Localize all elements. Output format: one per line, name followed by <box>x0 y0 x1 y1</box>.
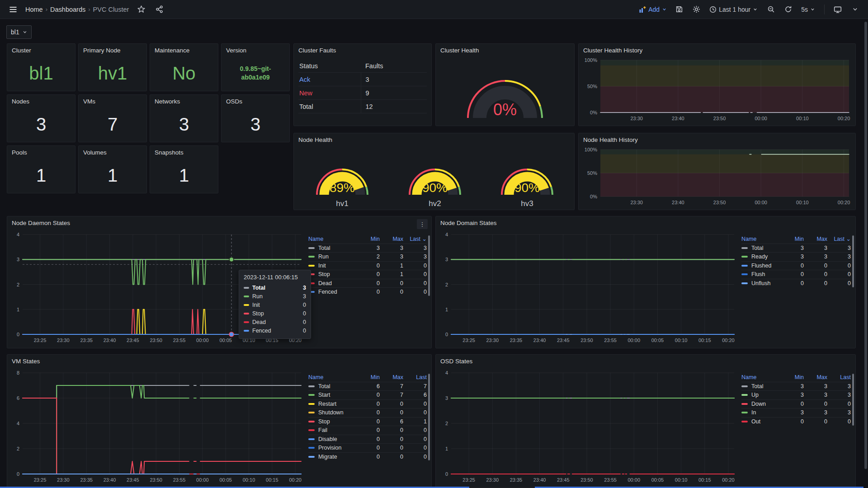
legend-header-min[interactable]: Min <box>356 236 380 242</box>
save-dashboard-icon[interactable] <box>672 3 686 16</box>
legend-series-name[interactable]: Down <box>741 401 780 407</box>
legend-row[interactable]: In333 <box>741 408 851 417</box>
legend-row[interactable]: Down000 <box>741 399 851 408</box>
legend-series-name[interactable]: Provision <box>308 445 356 451</box>
legend-header[interactable]: NameMinMaxLast <box>741 373 851 382</box>
refresh-interval-dropdown[interactable]: 5s <box>798 6 818 13</box>
legend-row[interactable]: Init010 <box>308 261 427 270</box>
breadcrumb-home[interactable]: Home <box>24 6 44 13</box>
legend-row[interactable]: Total333 <box>741 244 851 253</box>
legend-row[interactable]: Total677 <box>308 382 427 391</box>
legend-scrollbar[interactable] <box>428 235 430 296</box>
legend-header-last[interactable]: Last <box>403 374 427 380</box>
panel-cluster: Cluster bl1 <box>7 43 75 91</box>
legend-series-name[interactable]: Init <box>308 263 356 269</box>
legend-row[interactable]: Shutdown000 <box>308 408 427 417</box>
hamburger-menu-icon[interactable] <box>6 3 20 16</box>
legend-series-name[interactable]: Total <box>741 383 780 389</box>
legend-header-max[interactable]: Max <box>804 374 827 380</box>
legend-series-name[interactable]: Run <box>308 253 356 260</box>
zoom-out-icon[interactable] <box>764 3 778 16</box>
legend-row[interactable]: Restart000 <box>308 399 427 408</box>
share-icon[interactable] <box>152 3 166 16</box>
legend-header[interactable]: NameMinMaxLast ⌄ <box>741 235 851 244</box>
tv-mode-icon[interactable] <box>831 3 844 16</box>
node-domain-states-chart[interactable]: 0123423:2523:3023:3523:4023:4523:5023:55… <box>439 231 738 345</box>
refresh-icon[interactable] <box>781 3 795 16</box>
legend-header-max[interactable]: Max <box>380 236 403 242</box>
legend-row[interactable]: Flush000 <box>741 270 851 279</box>
legend-header-name[interactable]: Name <box>741 374 780 380</box>
legend-row[interactable]: Ready333 <box>741 252 851 261</box>
legend-value: 3 <box>804 409 827 416</box>
settings-gear-icon[interactable] <box>689 3 703 16</box>
time-range-picker[interactable]: Last 1 hour <box>707 6 760 13</box>
legend-series-name[interactable]: Ready <box>741 253 780 260</box>
legend-series-name[interactable]: Total <box>741 245 780 251</box>
legend-row[interactable]: Total333 <box>308 244 427 253</box>
legend-header-name[interactable]: Name <box>308 236 356 242</box>
legend-header-last[interactable]: Last <box>827 374 851 380</box>
legend-scrollbar[interactable] <box>852 235 854 287</box>
vm-states-chart[interactable]: 0246823:2523:3023:3523:4023:4523:5023:55… <box>11 369 305 485</box>
legend-header-last[interactable]: Last ⌄ <box>827 235 851 242</box>
legend-series-name[interactable]: Out <box>741 418 780 425</box>
legend-series-name[interactable]: Flush <box>741 271 780 277</box>
legend-row[interactable]: Stop061 <box>308 417 427 426</box>
chevron-down-icon[interactable] <box>848 3 862 16</box>
star-icon[interactable] <box>134 3 148 16</box>
legend-header-last[interactable]: Last ⌄ <box>403 235 427 242</box>
legend-series-name[interactable]: Restart <box>308 401 356 407</box>
legend-scrollbar[interactable] <box>428 374 430 460</box>
legend-row[interactable]: Provision000 <box>308 443 427 452</box>
legend-series-name[interactable]: Total <box>308 383 356 389</box>
legend-header-min[interactable]: Min <box>780 236 804 242</box>
legend-row[interactable]: Total333 <box>741 382 851 391</box>
cluster-health-history-chart[interactable]: 0%50%100%23:3023:4023:5000:0000:1000:20 <box>582 56 853 123</box>
legend-header-name[interactable]: Name <box>741 236 780 242</box>
legend-series-name[interactable]: Stop <box>308 271 356 277</box>
legend-header-max[interactable]: Max <box>380 374 403 380</box>
legend-series-name[interactable]: Shutdown <box>308 409 356 416</box>
legend-header-max[interactable]: Max <box>804 236 827 242</box>
legend-row[interactable]: Stop010 <box>308 270 427 279</box>
panel-menu-icon[interactable]: ⋮ <box>417 219 428 229</box>
legend-row[interactable]: Out000 <box>741 417 851 426</box>
legend-row[interactable]: Start076 <box>308 390 427 399</box>
node-health-history-chart[interactable]: 0%50%100%23:3023:4023:5000:0000:1000:20 <box>582 146 853 207</box>
legend-series-name[interactable]: Fenced <box>308 289 356 295</box>
legend-row[interactable]: Unflush000 <box>741 279 851 288</box>
legend-series-name[interactable]: Disable <box>308 436 356 442</box>
breadcrumb-dashboards[interactable]: Dashboards <box>49 6 86 13</box>
legend-series-name[interactable]: Migrate <box>308 454 356 460</box>
legend-series-name[interactable]: Up <box>741 392 780 398</box>
legend-series-name[interactable]: Dead <box>308 280 356 286</box>
legend-series-name[interactable]: Unflush <box>741 280 780 286</box>
legend-series-name[interactable]: Total <box>308 245 356 251</box>
legend-row[interactable]: Run233 <box>308 252 427 261</box>
legend-swatch <box>308 265 315 267</box>
legend-row[interactable]: Disable000 <box>308 435 427 444</box>
osd-states-chart[interactable]: 0123423:2523:3023:3523:4023:4523:5023:55… <box>439 369 738 485</box>
legend-header[interactable]: NameMinMaxLast <box>308 373 427 382</box>
variable-dropdown[interactable]: bl1 <box>6 25 32 39</box>
legend-header-name[interactable]: Name <box>308 374 356 380</box>
page-scrollbar[interactable] <box>864 22 867 469</box>
legend-series-name[interactable]: In <box>741 409 780 416</box>
legend-series-name[interactable]: Flushed <box>741 263 780 269</box>
legend-row[interactable]: Flushed000 <box>741 261 851 270</box>
svg-text:2: 2 <box>17 446 19 451</box>
add-button[interactable]: Add <box>637 6 669 13</box>
legend-series-name[interactable]: Start <box>308 392 356 398</box>
legend-scrollbar[interactable] <box>852 374 854 426</box>
legend-header-min[interactable]: Min <box>780 374 804 380</box>
legend-row[interactable]: Migrate000 <box>308 452 427 461</box>
legend-header[interactable]: NameMinMaxLast ⌄ <box>308 235 427 244</box>
legend-series-name[interactable]: Stop <box>308 418 356 425</box>
legend-row[interactable]: Dead000 <box>308 279 427 288</box>
legend-row[interactable]: Up333 <box>741 390 851 399</box>
legend-row[interactable]: Fenced000 <box>308 287 427 296</box>
legend-header-min[interactable]: Min <box>356 374 380 380</box>
legend-row[interactable]: Fail000 <box>308 426 427 435</box>
legend-series-name[interactable]: Fail <box>308 427 356 433</box>
